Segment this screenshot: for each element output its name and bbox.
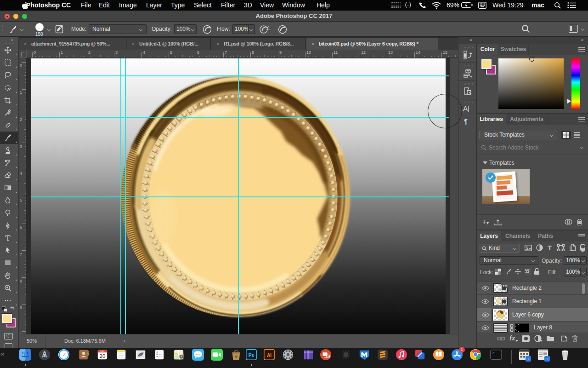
svg-text:>_: >_ xyxy=(492,351,497,355)
svg-text:20: 20 xyxy=(100,353,105,359)
svg-text:Ps: Ps xyxy=(249,353,254,358)
svg-text:Ai: Ai xyxy=(267,353,271,358)
svg-text:DEC: DEC xyxy=(101,350,105,352)
